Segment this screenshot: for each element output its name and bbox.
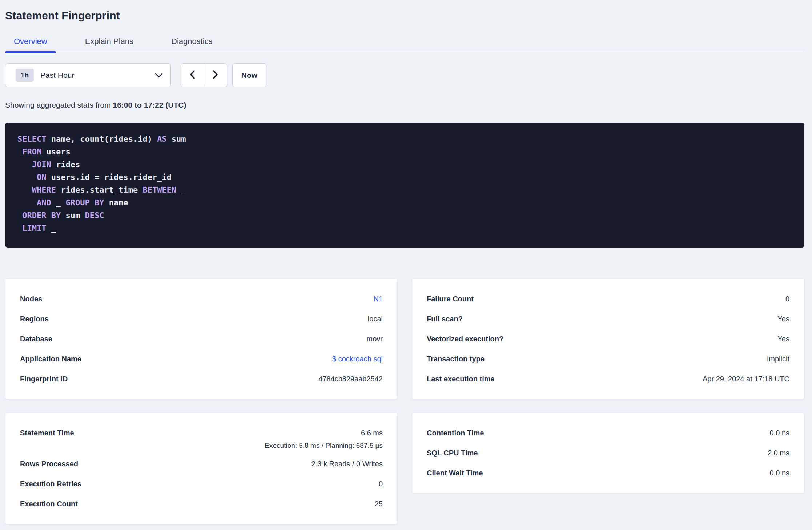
sql-text [17, 185, 32, 194]
tab-bar: OverviewExplain PlansDiagnostics [5, 37, 804, 52]
time-range-label: Past Hour [40, 71, 74, 80]
tab-overview[interactable]: Overview [5, 37, 56, 52]
sql-text: name, count(rides.id) [46, 134, 157, 144]
sql-keyword: LIMIT [22, 224, 46, 233]
stat-row: Application Name$ cockroach sql [20, 349, 383, 369]
stat-value: Apr 29, 2024 at 17:18 UTC [703, 375, 789, 383]
stat-value-link[interactable]: $ cockroach sql [332, 355, 383, 363]
time-range-dropdown[interactable]: 1h Past Hour [5, 63, 171, 87]
summary-cards: NodesN1RegionslocalDatabasemovrApplicati… [5, 278, 804, 525]
sql-text: sum [61, 211, 85, 220]
stat-row: Rows Processed2.3 k Reads / 0 Writes [20, 454, 383, 474]
sql-keyword: BETWEEN [142, 185, 176, 194]
stat-value: 25 [375, 500, 383, 508]
page-title: Statement Fingerprint [5, 9, 804, 23]
stat-label: Full scan? [427, 315, 463, 323]
time-pager [181, 63, 227, 87]
statement-fingerprint-page: Statement Fingerprint OverviewExplain Pl… [0, 9, 812, 525]
caption-time-range: 16:00 to 17:22 (UTC) [113, 101, 186, 109]
now-button[interactable]: Now [232, 63, 266, 87]
aggregated-stats-caption: Showing aggregated stats from 16:00 to 1… [5, 101, 804, 109]
statement-details-card: NodesN1RegionslocalDatabasemovrApplicati… [5, 278, 398, 399]
sql-text: rides.start_time [56, 185, 142, 194]
stat-label: Last execution time [427, 375, 495, 383]
chevron-down-icon [155, 73, 163, 78]
stat-label: Vectorized execution? [427, 335, 503, 343]
stat-label: SQL CPU Time [427, 449, 478, 457]
stat-value: local [368, 315, 383, 323]
sql-text: _ [51, 198, 66, 207]
stat-value: 0 [379, 480, 383, 488]
stat-label: Transaction type [427, 355, 485, 363]
stat-subvalue: Execution: 5.8 ms / Planning: 687.5 µs [20, 441, 383, 454]
sql-keyword: AND [37, 198, 51, 207]
sql-text: name [104, 198, 128, 207]
stat-row: Vectorized execution?Yes [427, 329, 789, 349]
stat-row: Transaction typeImplicit [427, 349, 789, 369]
stat-label: Database [20, 335, 52, 343]
sql-text: sum [167, 134, 186, 144]
caption-prefix: Showing aggregated stats from [5, 101, 113, 109]
stat-value: Yes [777, 315, 789, 323]
stat-row: Client Wait Time0.0 ns [427, 463, 789, 483]
stat-value-link[interactable]: N1 [373, 295, 383, 303]
stat-value: 0 [785, 295, 789, 303]
stat-value: 2.3 k Reads / 0 Writes [311, 460, 383, 468]
stat-value: 0.0 ns [770, 429, 789, 437]
sql-text [17, 211, 22, 220]
next-time-button[interactable] [204, 64, 227, 87]
stat-label: Execution Count [20, 500, 78, 508]
chevron-right-icon [212, 70, 219, 81]
stat-value: 4784cb829aab2542 [318, 375, 383, 383]
stat-row: Failure Count0 [427, 289, 789, 309]
stat-row: Regionslocal [20, 309, 383, 329]
stat-label: Rows Processed [20, 460, 78, 468]
sql-keyword: SELECT [17, 134, 46, 144]
stat-row: SQL CPU Time2.0 ms [427, 443, 789, 463]
stat-value: 0.0 ns [770, 469, 789, 477]
stat-row: Full scan?Yes [427, 309, 789, 329]
execution-attributes-card: Failure Count0Full scan?YesVectorized ex… [412, 278, 804, 399]
chevron-left-icon [189, 70, 196, 81]
stat-row: Contention Time0.0 ns [427, 423, 789, 443]
sql-statement-box: SELECT name, count(rides.id) AS sum FROM… [5, 123, 804, 248]
stat-label: Client Wait Time [427, 469, 483, 477]
stat-label: Execution Retries [20, 480, 81, 488]
stat-value: Yes [777, 335, 789, 343]
statement-times-card: Statement Time6.6 msExecution: 5.8 ms / … [5, 413, 398, 525]
stat-label: Contention Time [427, 429, 484, 437]
stat-row: Execution Count25 [20, 494, 383, 514]
stat-label: Statement Time [20, 429, 74, 437]
sql-text [17, 224, 22, 233]
stat-value: movr [367, 335, 383, 343]
tab-diagnostics[interactable]: Diagnostics [162, 37, 221, 52]
stat-label: Regions [20, 315, 49, 323]
sql-text: _ [46, 224, 56, 233]
stat-row: Fingerprint ID4784cb829aab2542 [20, 369, 383, 389]
stat-value: 2.0 ms [768, 449, 789, 457]
stat-label: Fingerprint ID [20, 375, 68, 383]
stat-row: Statement Time6.6 ms [20, 423, 383, 443]
sql-text: _ [176, 185, 186, 194]
stat-value: Implicit [767, 355, 789, 363]
sql-keyword: FROM [22, 147, 41, 156]
sql-keyword: ORDER BY [22, 211, 61, 220]
previous-time-button[interactable] [181, 64, 204, 87]
sql-statement-text: SELECT name, count(rides.id) AS sum FROM… [17, 133, 797, 234]
sql-keyword: GROUP BY [65, 198, 104, 207]
time-controls: 1h Past Hour [5, 63, 804, 87]
stat-row: Databasemovr [20, 329, 383, 349]
sql-keyword: JOIN [32, 160, 51, 169]
wait-times-card: Contention Time0.0 nsSQL CPU Time2.0 msC… [412, 413, 804, 494]
sql-text [17, 160, 32, 169]
sql-text [17, 173, 37, 182]
sql-keyword: WHERE [32, 185, 56, 194]
stat-row: Execution Retries0 [20, 474, 383, 494]
stat-row: Last execution timeApr 29, 2024 at 17:18… [427, 369, 789, 389]
stat-label: Nodes [20, 295, 42, 303]
sql-keyword: ON [37, 173, 47, 182]
tab-explain-plans[interactable]: Explain Plans [76, 37, 142, 52]
sql-keyword: DESC [85, 211, 104, 220]
sql-text [17, 198, 37, 207]
stat-row: NodesN1 [20, 289, 383, 309]
